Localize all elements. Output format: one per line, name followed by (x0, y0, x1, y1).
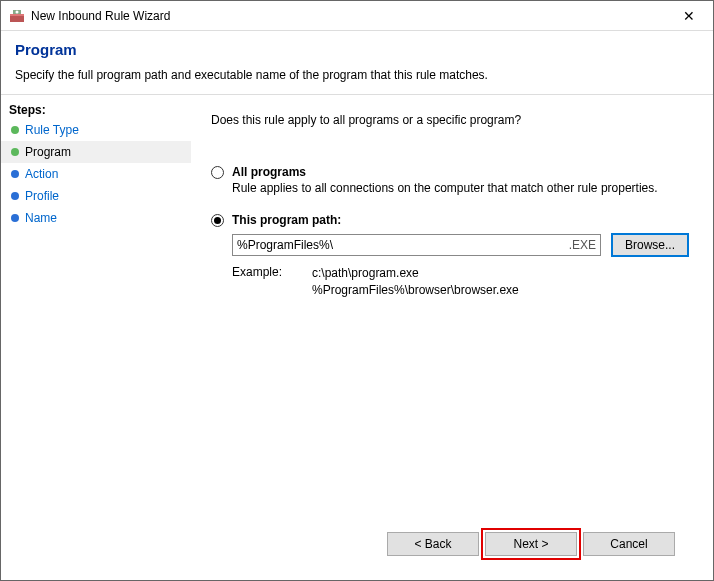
close-icon[interactable]: ✕ (673, 6, 705, 26)
radio-icon (211, 214, 224, 227)
step-name[interactable]: Name (1, 207, 191, 229)
step-label: Profile (25, 189, 59, 203)
cancel-button[interactable]: Cancel (583, 532, 675, 556)
radio-icon (211, 166, 224, 179)
steps-heading: Steps: (1, 99, 191, 119)
content-pane: Does this rule apply to all programs or … (191, 95, 713, 580)
step-rule-type[interactable]: Rule Type (1, 119, 191, 141)
example-line-2: %ProgramFiles%\browser\browser.exe (312, 282, 519, 299)
program-path-input[interactable]: %ProgramFiles%\ .EXE (232, 234, 601, 256)
example-row: Example: c:\path\program.exe %ProgramFil… (232, 265, 689, 299)
question-text: Does this rule apply to all programs or … (211, 113, 689, 127)
window-title: New Inbound Rule Wizard (31, 9, 673, 23)
step-action[interactable]: Action (1, 163, 191, 185)
steps-sidebar: Steps: Rule Type Program Action Profile … (1, 95, 191, 580)
bullet-icon (11, 148, 19, 156)
path-row: %ProgramFiles%\ .EXE Browse... (232, 233, 689, 257)
radio-path-label: This program path: (232, 213, 341, 227)
svg-point-3 (16, 10, 19, 13)
step-label: Action (25, 167, 58, 181)
radio-all-programs[interactable]: All programs (211, 165, 689, 179)
path-extension: .EXE (569, 238, 596, 252)
radio-all-label: All programs (232, 165, 306, 179)
firewall-icon (9, 8, 25, 24)
wizard-window: New Inbound Rule Wizard ✕ Program Specif… (0, 0, 714, 581)
browse-button[interactable]: Browse... (611, 233, 689, 257)
back-button[interactable]: < Back (387, 532, 479, 556)
radio-this-program[interactable]: This program path: (211, 213, 689, 227)
example-paths: c:\path\program.exe %ProgramFiles%\brows… (312, 265, 519, 299)
step-program[interactable]: Program (1, 141, 191, 163)
path-value: %ProgramFiles%\ (237, 238, 569, 252)
next-button[interactable]: Next > (485, 532, 577, 556)
example-label: Example: (232, 265, 312, 299)
radio-all-desc: Rule applies to all connections on the c… (232, 181, 689, 195)
bullet-icon (11, 192, 19, 200)
svg-rect-1 (10, 14, 24, 16)
page-description: Specify the full program path and execut… (15, 68, 699, 82)
header-area: Program Specify the full program path an… (1, 31, 713, 94)
step-label: Rule Type (25, 123, 79, 137)
page-title: Program (15, 41, 699, 58)
step-label: Program (25, 145, 71, 159)
step-profile[interactable]: Profile (1, 185, 191, 207)
step-label: Name (25, 211, 57, 225)
bullet-icon (11, 170, 19, 178)
footer-buttons: < Back Next > Cancel (211, 522, 689, 570)
example-line-1: c:\path\program.exe (312, 265, 519, 282)
titlebar: New Inbound Rule Wizard ✕ (1, 1, 713, 31)
main-area: Steps: Rule Type Program Action Profile … (1, 94, 713, 580)
bullet-icon (11, 214, 19, 222)
bullet-icon (11, 126, 19, 134)
